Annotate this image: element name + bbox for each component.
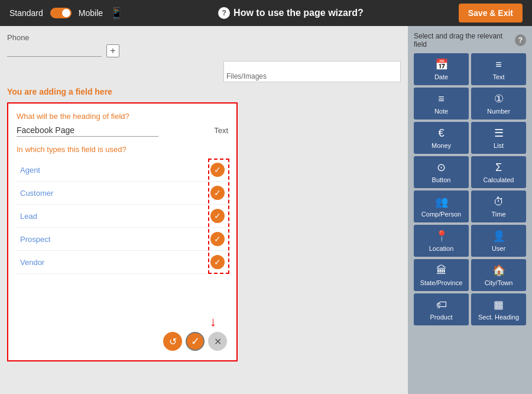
- type-vendor-label: Vendor: [20, 258, 44, 267]
- field-tile-location[interactable]: 📍Location: [414, 225, 469, 257]
- view-toggle[interactable]: [50, 8, 72, 18]
- location-icon: 📍: [435, 230, 448, 243]
- field-tile-text[interactable]: ≡Text: [471, 53, 526, 85]
- save-exit-button[interactable]: Save & Exit: [459, 4, 523, 22]
- number-icon: ①: [494, 92, 504, 105]
- city-town-icon: 🏠: [492, 264, 505, 277]
- types-question: In which types this field is used?: [17, 145, 228, 154]
- type-prospect-label: Prospect: [20, 235, 50, 244]
- topbar: Standard Mobile 📱 ? How to use the page …: [0, 0, 532, 26]
- cancel-button[interactable]: ✕: [208, 332, 227, 351]
- main-content: Phone + Files/Images You are adding a fi…: [0, 26, 532, 394]
- type-lead-label: Lead: [20, 212, 37, 221]
- arrow-down-icon: ↓: [210, 314, 216, 330]
- note-icon: ≡: [438, 93, 445, 105]
- field-name-row: Text: [17, 124, 228, 137]
- add-phone-button[interactable]: +: [106, 44, 119, 57]
- field-grid: 📅Date≡Text≡Note①Number€Money☰List⊙Button…: [414, 53, 526, 325]
- phone-label: Phone: [7, 33, 401, 42]
- type-agent-check[interactable]: ✓: [210, 163, 225, 177]
- field-tile-sect-heading[interactable]: ▦Sect. Heading: [471, 293, 526, 325]
- state-province-icon: 🏛: [436, 264, 447, 277]
- bottom-actions: ↺ ✓ ✕: [163, 332, 227, 351]
- list-icon: ☰: [494, 127, 504, 140]
- field-tile-city-town[interactable]: 🏠City/Town: [471, 259, 526, 291]
- type-customer-label: Customer: [20, 189, 53, 198]
- type-vendor-check[interactable]: ✓: [210, 255, 225, 269]
- field-type-label: Text: [214, 126, 228, 135]
- field-tile-product[interactable]: 🏷Product: [414, 293, 469, 325]
- left-panel: Phone + Files/Images You are adding a fi…: [0, 26, 408, 394]
- field-heading-question: What will be the heading of field?: [17, 112, 228, 121]
- files-images-label: Files/Images: [226, 72, 267, 80]
- phone-input-row: +: [7, 44, 401, 57]
- field-tile-state-province[interactable]: 🏛State/Province: [414, 259, 469, 291]
- user-icon: 👤: [492, 230, 505, 243]
- field-tile-calculated[interactable]: ΣCalculated: [471, 156, 526, 188]
- button-icon: ⊙: [437, 161, 446, 174]
- right-panel-title: Select and drag the relevant field ?: [414, 32, 526, 49]
- types-list: Agent ✓ Customer ✓ Lead ✓ Prospect ✓ Ven…: [17, 159, 228, 274]
- field-name-input[interactable]: [17, 124, 158, 137]
- product-icon: 🏷: [436, 299, 447, 311]
- right-panel: Select and drag the relevant field ? 📅Da…: [408, 26, 532, 394]
- comp-person-icon: 👥: [435, 195, 448, 208]
- reset-button[interactable]: ↺: [163, 332, 182, 351]
- standard-label: Standard: [9, 8, 43, 18]
- help-icon[interactable]: ?: [218, 7, 230, 19]
- type-prospect-check[interactable]: ✓: [210, 232, 225, 246]
- field-tile-time[interactable]: ⏱Time: [471, 190, 526, 222]
- field-tile-date[interactable]: 📅Date: [414, 53, 469, 85]
- sect-heading-icon: ▦: [494, 298, 504, 311]
- type-row[interactable]: Prospect ✓: [17, 228, 228, 251]
- field-tile-list[interactable]: ☰List: [471, 122, 526, 154]
- field-box: What will be the heading of field? Text …: [7, 102, 238, 361]
- right-help-icon[interactable]: ?: [515, 34, 526, 46]
- type-row[interactable]: Customer ✓: [17, 182, 228, 205]
- field-tile-number[interactable]: ①Number: [471, 88, 526, 120]
- topbar-center: ? How to use the page wizard?: [218, 7, 364, 19]
- phone-input[interactable]: [7, 45, 102, 57]
- type-row[interactable]: Vendor ✓: [17, 251, 228, 274]
- toggle-switch[interactable]: [50, 8, 72, 18]
- calculated-icon: Σ: [495, 162, 502, 174]
- type-row[interactable]: Lead ✓: [17, 205, 228, 228]
- text-icon: ≡: [495, 59, 502, 71]
- field-tile-note[interactable]: ≡Note: [414, 88, 469, 120]
- date-icon: 📅: [435, 58, 448, 71]
- field-tile-button[interactable]: ⊙Button: [414, 156, 469, 188]
- type-row[interactable]: Agent ✓: [17, 159, 228, 182]
- page-title: How to use the page wizard?: [233, 8, 364, 18]
- money-icon: €: [438, 127, 444, 140]
- type-customer-check[interactable]: ✓: [210, 186, 225, 200]
- topbar-left: Standard Mobile 📱: [9, 7, 123, 20]
- field-tile-money[interactable]: €Money: [414, 122, 469, 154]
- adding-field-label: You are adding a field here: [7, 87, 401, 96]
- type-lead-check[interactable]: ✓: [210, 209, 225, 223]
- mobile-icon: 📱: [110, 7, 123, 20]
- time-icon: ⏱: [494, 196, 504, 208]
- mobile-label: Mobile: [79, 8, 103, 18]
- type-agent-label: Agent: [20, 166, 40, 175]
- field-tile-comp-person[interactable]: 👥Comp/Person: [414, 190, 469, 222]
- confirm-button[interactable]: ✓: [186, 332, 205, 351]
- field-tile-user[interactable]: 👤User: [471, 225, 526, 257]
